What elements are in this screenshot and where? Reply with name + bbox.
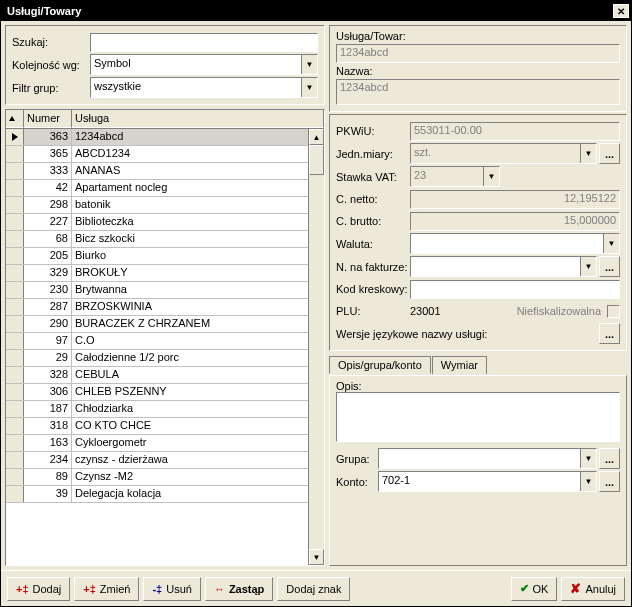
ok-button[interactable]: ✔OK <box>511 577 558 601</box>
row-selector[interactable] <box>6 129 24 145</box>
table-row[interactable]: 39Delegacja kolacja <box>6 486 324 503</box>
chevron-down-icon[interactable]: ▼ <box>580 449 596 468</box>
chevron-down-icon[interactable]: ▼ <box>301 55 317 74</box>
table-row[interactable]: 29Całodzienne 1/2 porc <box>6 350 324 367</box>
filter-label: Filtr grup: <box>12 82 90 94</box>
row-selector[interactable] <box>6 299 24 315</box>
column-header-usluga[interactable]: Usługa <box>72 110 324 128</box>
row-selector[interactable] <box>6 401 24 417</box>
table-row[interactable]: 328CEBULA <box>6 367 324 384</box>
table-row[interactable]: 306CHLEB PSZENNY <box>6 384 324 401</box>
zastap-button[interactable]: ↔Zastąp <box>205 577 273 601</box>
scroll-up-icon[interactable]: ▲ <box>309 129 324 145</box>
row-selector[interactable] <box>6 486 24 502</box>
table-row[interactable]: 329BROKUŁY <box>6 265 324 282</box>
row-selector[interactable] <box>6 333 24 349</box>
table-row[interactable]: 234czynsz - dzierżawa <box>6 452 324 469</box>
nief-checkbox[interactable] <box>607 305 620 318</box>
table-row[interactable]: 89Czynsz -M2 <box>6 469 324 486</box>
chevron-down-icon[interactable]: ▼ <box>483 167 499 186</box>
row-selector[interactable] <box>6 367 24 383</box>
table-row[interactable]: 187Chłodziarka <box>6 401 324 418</box>
chevron-down-icon[interactable]: ▼ <box>301 78 317 97</box>
row-selector[interactable] <box>6 180 24 196</box>
row-selector[interactable] <box>6 197 24 213</box>
opis-textarea[interactable] <box>336 392 620 442</box>
row-selector[interactable] <box>6 452 24 468</box>
pkwiu-value: 553011-00.00 <box>410 122 620 141</box>
row-selector[interactable] <box>6 265 24 281</box>
konto-dots-button[interactable]: ... <box>599 471 620 492</box>
row-selector[interactable] <box>6 316 24 332</box>
waluta-combo[interactable]: ▼ <box>410 233 620 254</box>
kod-input[interactable] <box>410 280 620 299</box>
table-row[interactable]: 318CO KTO CHCE <box>6 418 324 435</box>
kod-label: Kod kreskowy: <box>336 283 410 295</box>
anuluj-button[interactable]: ✘Anuluj <box>561 577 625 601</box>
cnetto-value: 12,195122 <box>410 190 620 209</box>
table-row[interactable]: 3631234abcd <box>6 129 324 146</box>
row-selector[interactable] <box>6 350 24 366</box>
filter-combo[interactable]: wszystkie ▼ <box>90 77 318 98</box>
row-selector[interactable] <box>6 146 24 162</box>
cell-usluga: Delegacja kolacja <box>72 486 324 502</box>
cell-usluga: CO KTO CHCE <box>72 418 324 434</box>
chevron-down-icon[interactable]: ▼ <box>580 472 596 491</box>
table-row[interactable]: 333ANANAS <box>6 163 324 180</box>
table-row[interactable]: 290BURACZEK Z CHRZANEM <box>6 316 324 333</box>
table-row[interactable]: 163Cykloergometr <box>6 435 324 452</box>
cell-usluga: Całodzienne 1/2 porc <box>72 350 324 366</box>
nfakt-combo[interactable]: ▼ <box>410 256 597 277</box>
row-selector[interactable] <box>6 384 24 400</box>
chevron-down-icon[interactable]: ▼ <box>580 144 596 163</box>
chevron-down-icon[interactable]: ▼ <box>580 257 596 276</box>
dodaj-button[interactable]: +‡Dodaj <box>7 577 70 601</box>
nfakt-dots-button[interactable]: ... <box>599 256 620 277</box>
table-row[interactable]: 227Biblioteczka <box>6 214 324 231</box>
row-selector[interactable] <box>6 469 24 485</box>
items-grid[interactable]: Numer Usługa 3631234abcd365ABCD1234333AN… <box>5 109 325 566</box>
column-header-numer[interactable]: Numer <box>24 110 72 128</box>
cell-usluga: batonik <box>72 197 324 213</box>
scroll-thumb[interactable] <box>309 145 324 175</box>
cell-numer: 287 <box>24 299 72 315</box>
cell-usluga: Bicz szkocki <box>72 231 324 247</box>
row-selector[interactable] <box>6 248 24 264</box>
cell-numer: 363 <box>24 129 72 145</box>
row-selector[interactable] <box>6 435 24 451</box>
vat-combo[interactable]: 23▼ <box>410 166 500 187</box>
dodajznak-button[interactable]: Dodaj znak <box>277 577 350 601</box>
usun-button[interactable]: -‡Usuń <box>143 577 200 601</box>
row-selector[interactable] <box>6 418 24 434</box>
wersje-dots-button[interactable]: ... <box>599 323 620 344</box>
order-combo[interactable]: Symbol ▼ <box>90 54 318 75</box>
plu-value: 23001 <box>410 305 460 317</box>
table-row[interactable]: 205Biurko <box>6 248 324 265</box>
table-row[interactable]: 97C.O <box>6 333 324 350</box>
table-row[interactable]: 287BRZOSKWINIA <box>6 299 324 316</box>
check-icon: ✔ <box>520 582 529 595</box>
tab-opis-grupa-konto[interactable]: Opis/grupa/konto <box>329 356 431 374</box>
zmien-button[interactable]: +‡Zmień <box>74 577 139 601</box>
vertical-scrollbar[interactable]: ▲ ▼ <box>308 129 324 565</box>
jedn-dots-button[interactable]: ... <box>599 143 620 164</box>
table-row[interactable]: 230Brytwanna <box>6 282 324 299</box>
table-row[interactable]: 42Apartament nocleg <box>6 180 324 197</box>
search-input[interactable] <box>90 33 318 52</box>
table-row[interactable]: 68Bicz szkocki <box>6 231 324 248</box>
row-selector[interactable] <box>6 282 24 298</box>
close-button[interactable]: ✕ <box>613 4 629 18</box>
grupa-dots-button[interactable]: ... <box>599 448 620 469</box>
table-row[interactable]: 298batonik <box>6 197 324 214</box>
grupa-combo[interactable]: ▼ <box>378 448 597 469</box>
tab-wymiar[interactable]: Wymiar <box>432 356 487 374</box>
row-selector[interactable] <box>6 163 24 179</box>
konto-combo[interactable]: 702-1▼ <box>378 471 597 492</box>
chevron-down-icon[interactable]: ▼ <box>603 234 619 253</box>
jedn-combo[interactable]: szt.▼ <box>410 143 597 164</box>
table-row[interactable]: 365ABCD1234 <box>6 146 324 163</box>
row-selector[interactable] <box>6 231 24 247</box>
scroll-down-icon[interactable]: ▼ <box>309 549 324 565</box>
row-selector-header[interactable] <box>6 110 24 128</box>
row-selector[interactable] <box>6 214 24 230</box>
